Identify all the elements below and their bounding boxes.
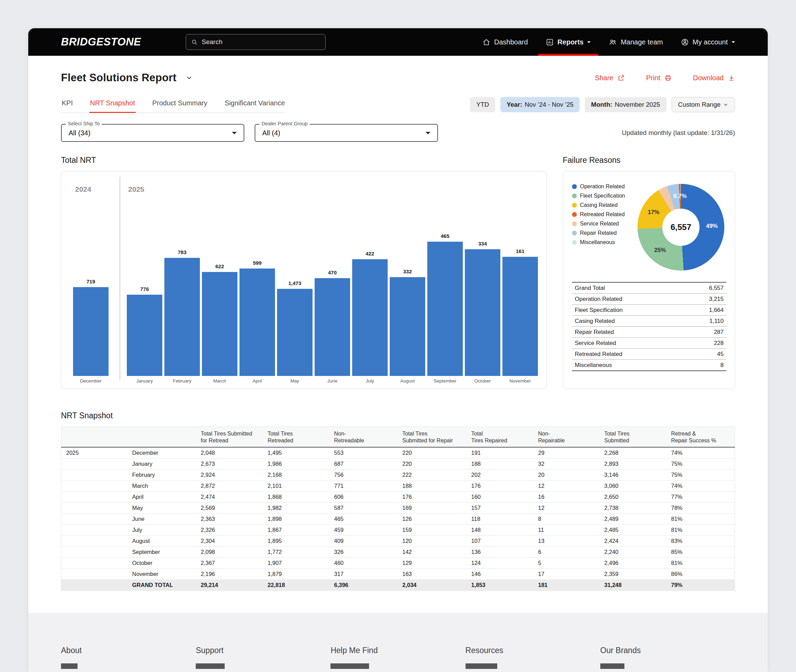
legend-item: Operation Related bbox=[572, 182, 625, 191]
bar-month-label: October bbox=[465, 378, 500, 384]
column-header: Total Tires Submitted for Retread bbox=[196, 427, 263, 448]
table-row: July2,3261,867459159148112,48581% bbox=[61, 525, 735, 536]
footer-column: Our Brands bbox=[600, 646, 735, 672]
bar-april bbox=[239, 269, 275, 376]
title-row: Fleet Solutions Report Share Print bbox=[61, 72, 735, 84]
year-group-label-2025: 2025 bbox=[128, 185, 144, 194]
nav-reports[interactable]: Reports bbox=[537, 28, 600, 56]
page-title: Fleet Solutions Report bbox=[61, 72, 177, 84]
print-button[interactable]: Print bbox=[646, 74, 672, 82]
dealer-parent-group-select[interactable]: Dealer Parent Group All (4) bbox=[255, 124, 438, 142]
ship-to-select-label: Select Ship To bbox=[66, 121, 102, 126]
year-range-chip[interactable]: Year: Nov ’24 - Nov ’25 bbox=[500, 97, 579, 112]
month-chip-label: Month: bbox=[591, 101, 612, 109]
footer-heading: Resources bbox=[465, 646, 600, 655]
bar-month-label: February bbox=[164, 378, 200, 384]
failure-summary-row: Operation Related3,215 bbox=[572, 294, 726, 305]
bar-value-label: 719 bbox=[73, 278, 109, 284]
tab-nrt-snapshot[interactable]: NRT Snapshot bbox=[89, 96, 135, 113]
footer-column: Resources bbox=[465, 646, 600, 672]
donut-center: 6,557 bbox=[662, 209, 700, 246]
column-header: Total Tires Repaired bbox=[467, 427, 533, 448]
tab-significant-variance[interactable]: Significant Variance bbox=[224, 96, 286, 113]
ship-to-select[interactable]: Select Ship To All (34) bbox=[61, 124, 244, 142]
home-icon bbox=[482, 38, 490, 46]
nav-manage-team[interactable]: Manage team bbox=[600, 28, 672, 56]
footer-heading: Support bbox=[196, 646, 331, 655]
legend-dot bbox=[572, 240, 577, 245]
donut-pct-label: 0.7% bbox=[673, 193, 687, 200]
bar-august bbox=[390, 277, 425, 376]
share-button[interactable]: Share bbox=[595, 74, 625, 82]
bar-october bbox=[465, 249, 500, 376]
failure-summary-row: Fleet Specification1,664 bbox=[572, 305, 726, 316]
bar-value-label: 161 bbox=[502, 248, 538, 254]
bar-month-label: January bbox=[127, 378, 162, 384]
footer-link-clipped[interactable] bbox=[61, 663, 77, 669]
month-chip-value: November 2025 bbox=[615, 101, 660, 109]
footer-link-clipped[interactable] bbox=[196, 663, 225, 669]
footer-heading: Our Brands bbox=[600, 646, 735, 655]
failure-summary-row: Repair Related287 bbox=[572, 327, 726, 338]
donut-legend: Operation RelatedFleet SpecificationCasi… bbox=[572, 182, 625, 247]
nav-my-account[interactable]: My account bbox=[672, 28, 735, 56]
ytd-chip[interactable]: YTD bbox=[470, 97, 495, 112]
custom-range-chip[interactable]: Custom Range bbox=[672, 97, 735, 112]
donut-total: 6,557 bbox=[671, 222, 691, 232]
title-dropdown-toggle[interactable] bbox=[185, 74, 193, 82]
search-box[interactable] bbox=[186, 34, 326, 50]
bar-june bbox=[315, 278, 350, 376]
dropdown-arrow-icon bbox=[232, 132, 237, 137]
tab-product-summary[interactable]: Product Summary bbox=[152, 96, 208, 113]
chevron-down-icon bbox=[185, 74, 193, 82]
print-label: Print bbox=[646, 74, 660, 82]
total-nrt-bar-chart: 2024 2025 719December776January783Februa… bbox=[61, 171, 547, 389]
year-group-label-2024: 2024 bbox=[75, 185, 91, 194]
footer-heading: Help Me Find bbox=[331, 646, 465, 655]
table-row: June2,3631,89846512611882,48981% bbox=[61, 514, 735, 525]
bar-march bbox=[202, 272, 238, 376]
failure-reasons-panel: Operation RelatedFleet SpecificationCasi… bbox=[563, 171, 735, 389]
column-header bbox=[127, 427, 196, 448]
download-button[interactable]: Download bbox=[693, 74, 735, 82]
bar-value-label: 332 bbox=[390, 269, 425, 274]
bar-month-label: December bbox=[73, 378, 109, 384]
nrt-snapshot-table: Total Tires Submitted for RetreadTotal T… bbox=[61, 427, 735, 591]
total-nrt-section: Total NRT 2024 2025 719December776Januar… bbox=[61, 155, 547, 389]
nav-dashboard[interactable]: Dashboard bbox=[473, 28, 537, 56]
bridgestone-logo: BRIDGESTONE bbox=[61, 36, 141, 48]
donut-pct-label: 17% bbox=[648, 209, 660, 216]
bar-value-label: 776 bbox=[127, 286, 162, 292]
bar-month-label: September bbox=[427, 378, 463, 384]
bar-month-label: August bbox=[390, 378, 425, 384]
search-input[interactable] bbox=[202, 38, 321, 46]
donut-wrap: 6,557 49%25%17%0.7% bbox=[637, 184, 724, 270]
bar-december bbox=[73, 287, 109, 376]
tabs-row: KPI NRT Snapshot Product Summary Signifi… bbox=[61, 96, 735, 113]
footer-link-clipped[interactable] bbox=[331, 663, 369, 669]
nav-label: Reports bbox=[558, 38, 584, 46]
bar-value-label: 422 bbox=[352, 251, 388, 256]
failure-summary-row: Miscellaneous8 bbox=[572, 360, 726, 371]
footer-link-clipped[interactable] bbox=[600, 663, 624, 669]
table-row: March2,8722,101771188176123,06074% bbox=[61, 481, 735, 491]
legend-label: Miscellaneous bbox=[580, 239, 615, 245]
search-icon bbox=[191, 38, 198, 46]
footer-link-clipped[interactable] bbox=[465, 663, 497, 669]
bar-november bbox=[502, 257, 538, 376]
dealer-select-label: Dealer Parent Group bbox=[260, 121, 310, 126]
legend-label: Casing Related bbox=[580, 202, 618, 208]
caret-down-icon bbox=[587, 41, 591, 45]
bar-may bbox=[277, 289, 313, 376]
download-label: Download bbox=[693, 74, 724, 82]
month-chip[interactable]: Month: November 2025 bbox=[585, 97, 666, 112]
report-content: Fleet Solutions Report Share Print bbox=[28, 56, 768, 591]
bar-september bbox=[427, 242, 463, 376]
donut-chart-title: Failure Reasons bbox=[563, 155, 735, 165]
tab-kpi[interactable]: KPI bbox=[61, 96, 74, 113]
nav-label: My account bbox=[693, 38, 728, 46]
table-row: May2,5691,982587169157122,73878% bbox=[61, 502, 735, 514]
column-header: Total Tires Submitted for Repair bbox=[398, 427, 467, 448]
legend-dot bbox=[572, 184, 577, 189]
table-row: February2,9242,168756222202203,14675% bbox=[61, 470, 735, 481]
